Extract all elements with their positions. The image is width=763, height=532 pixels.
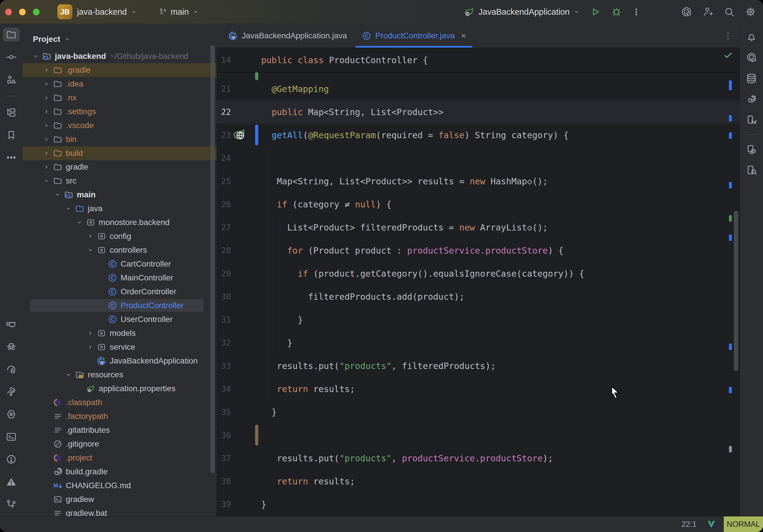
project-panel-header[interactable]: Project [23, 24, 216, 47]
gutter[interactable] [231, 193, 261, 216]
tool-button-hierarchy[interactable] [3, 106, 20, 119]
tool-button-structure[interactable] [3, 73, 20, 86]
error-stripe-mark[interactable] [729, 215, 732, 222]
inspections-ok-icon[interactable] [722, 50, 733, 62]
tree-item--gitattributes[interactable]: .gitattributes [23, 423, 216, 437]
code-line-38[interactable]: 38 return results; [216, 470, 740, 493]
tree-item--project[interactable]: .project [23, 451, 216, 465]
code-line-27[interactable]: 27 List<Product> filteredProducts = new … [216, 216, 740, 239]
error-stripe-mark[interactable] [729, 182, 732, 188]
tree-item-javabackendapplication[interactable]: JavaBackendApplication [23, 354, 216, 368]
tool-button-notifications[interactable] [743, 30, 760, 44]
tree-item-build-gradle[interactable]: build.gradle [23, 465, 216, 479]
chevron-right-icon[interactable] [41, 80, 52, 88]
gutter[interactable] [231, 285, 261, 308]
code-line-31[interactable]: 31 } [216, 308, 740, 331]
vim-plugin-icon[interactable] [707, 519, 716, 529]
more-actions-button[interactable] [632, 8, 641, 16]
error-stripe-mark[interactable] [729, 235, 732, 241]
gutter[interactable] [231, 77, 261, 100]
tree-item--nx[interactable]: .nx [23, 91, 216, 105]
close-window-button[interactable] [5, 9, 12, 15]
editor-options-button[interactable]: ⋮ [724, 24, 732, 48]
chevron-right-icon[interactable] [85, 233, 96, 240]
gutter[interactable] [231, 377, 261, 400]
gutter[interactable] [231, 331, 261, 354]
tool-button-services[interactable] [3, 407, 20, 421]
chevron-down-icon[interactable] [63, 205, 74, 212]
tree-item--gradle[interactable]: .gradle [23, 63, 216, 77]
debug-button[interactable] [611, 7, 621, 17]
spring-endpoint-icon[interactable] [233, 128, 246, 142]
chevron-right-icon[interactable] [41, 122, 52, 129]
ai-assistant-button[interactable] [681, 6, 692, 17]
vcs-modified-marker[interactable] [255, 125, 258, 146]
gutter[interactable] [231, 170, 261, 193]
error-stripe-mark[interactable] [729, 387, 732, 393]
tree-item--settings[interactable]: .settings [23, 105, 216, 119]
gutter[interactable] [231, 262, 261, 285]
code-line-28[interactable]: 28 for (Product product : productService… [216, 239, 740, 262]
code-line-39[interactable]: 39} [216, 493, 740, 516]
gutter[interactable] [231, 400, 261, 424]
tool-button-layout-inspector[interactable] [743, 143, 760, 157]
error-stripe-mark[interactable] [729, 80, 732, 90]
editor-tab-productcontroller-java[interactable]: CProductController.java× [354, 24, 474, 48]
code-line-33[interactable]: 33 results.put("products", filteredProdu… [216, 354, 740, 377]
close-tab-icon[interactable]: × [461, 31, 466, 41]
tree-item--vscode[interactable]: .vscode [23, 119, 216, 133]
chevron-down-icon[interactable] [74, 219, 85, 226]
code-line-21[interactable]: 21 @GetMapping [216, 77, 740, 100]
tree-item-maincontroller[interactable]: CMainController [23, 271, 216, 285]
project-avatar[interactable]: JB [57, 4, 72, 19]
tree-item-productcontroller[interactable]: CProductController [23, 299, 216, 312]
caret-position[interactable]: 22:1 [681, 520, 697, 529]
tool-button-bookmarks[interactable] [3, 128, 20, 142]
code-line-26[interactable]: 26 if (category ≠ null) { [216, 193, 740, 216]
gutter[interactable] [231, 493, 261, 516]
settings-button[interactable] [745, 6, 756, 17]
tree-item--factorypath[interactable]: .factorypath [23, 409, 216, 423]
code-line-34[interactable]: 34 return results; [216, 377, 740, 400]
tool-button-copilot-cat[interactable] [3, 317, 20, 331]
tree-item--classpath[interactable]: .classpath [23, 395, 216, 409]
vcs-added-marker[interactable] [255, 72, 258, 80]
tool-button-problems[interactable] [3, 452, 20, 466]
run-configuration-selector[interactable]: JavaBackendApplication [464, 6, 580, 18]
gutter[interactable] [231, 354, 261, 377]
code-line-36[interactable]: 36 [216, 424, 740, 447]
tree-item-cartcontroller[interactable]: CCartController [23, 257, 216, 271]
gutter[interactable] [231, 239, 261, 262]
tree-item-gradlew-bat[interactable]: gradlew.bat [23, 506, 216, 516]
code-line-30[interactable]: 30 filteredProducts.add(product); [216, 285, 740, 308]
gutter[interactable] [231, 147, 261, 170]
tool-button-gradle[interactable] [743, 92, 760, 106]
chevron-down-icon[interactable] [85, 246, 96, 254]
chevron-right-icon[interactable] [41, 66, 52, 74]
run-button[interactable] [591, 7, 601, 17]
project-selector[interactable]: java-backend [77, 7, 137, 17]
gutter[interactable] [231, 447, 261, 470]
tool-button-more[interactable] [3, 151, 20, 164]
add-user-button[interactable] [703, 6, 713, 17]
tool-button-warning[interactable] [3, 475, 20, 489]
tool-button-git-branch[interactable] [3, 497, 20, 511]
tool-button-device-explorer[interactable] [743, 163, 760, 177]
chevron-down-icon[interactable] [63, 371, 74, 378]
tool-button-build-hammer[interactable] [3, 385, 20, 399]
editor-body[interactable]: 14public class ProductController { 21 @G… [216, 48, 740, 516]
tool-button-database[interactable] [743, 71, 760, 85]
error-stripe-mark[interactable] [729, 133, 732, 139]
tree-item-src[interactable]: src [23, 174, 216, 188]
code-line-23[interactable]: 23 getAll(@RequestParam(required = false… [216, 124, 740, 147]
editor-scrollbar[interactable] [734, 211, 738, 371]
tool-button-terminal[interactable] [3, 430, 20, 444]
tree-item-models[interactable]: models [23, 326, 216, 340]
vim-mode-badge[interactable]: NORMAL [724, 516, 763, 532]
search-button[interactable] [724, 6, 735, 17]
tool-button-commit[interactable] [3, 50, 20, 64]
code-line-22[interactable]: 22 public Map<String, List<Product>> [216, 100, 740, 124]
chevron-down-icon[interactable] [30, 53, 41, 60]
code-line-24[interactable]: 24 [216, 147, 740, 170]
tree-item-controllers[interactable]: controllers [23, 243, 216, 257]
